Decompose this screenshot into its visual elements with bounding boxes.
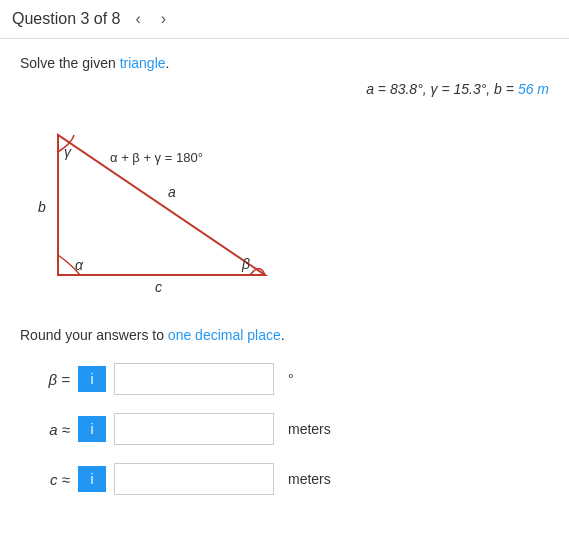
answer-display: a = 83.8°, γ = 15.3°, b = 56 m: [20, 81, 549, 97]
instruction-prefix: Solve the given: [20, 55, 120, 71]
c-info-button[interactable]: i: [78, 466, 106, 492]
gamma-label-svg: γ: [64, 144, 72, 160]
c-label: c ≈: [30, 471, 70, 488]
a-input-row: a ≈ i meters: [30, 413, 549, 445]
answer-eq3: =: [506, 81, 518, 97]
b-label-svg: b: [38, 199, 46, 215]
answer-alpha-label: a: [366, 81, 374, 97]
answer-eq1: = 83.8°,: [378, 81, 431, 97]
round-prefix: Round your answers to: [20, 327, 168, 343]
c-input[interactable]: [114, 463, 274, 495]
header: Question 3 of 8 ‹ ›: [0, 0, 569, 39]
alpha-label-svg: α: [75, 257, 84, 273]
a-input[interactable]: [114, 413, 274, 445]
a-unit: meters: [288, 421, 331, 437]
round-note: Round your answers to one decimal place.: [20, 327, 549, 343]
next-button[interactable]: ›: [156, 8, 171, 30]
round-highlight: one decimal place: [168, 327, 281, 343]
c-unit: meters: [288, 471, 331, 487]
beta-info-button[interactable]: i: [78, 366, 106, 392]
equation-label: α + β + γ = 180°: [110, 150, 203, 165]
beta-label-svg: β: [241, 256, 250, 272]
beta-unit: °: [288, 371, 294, 387]
answer-eq2: = 15.3°,: [441, 81, 494, 97]
answer-b-label: b: [494, 81, 502, 97]
instruction-suffix: .: [166, 55, 170, 71]
beta-input-row: β = i °: [30, 363, 549, 395]
c-input-row: c ≈ i meters: [30, 463, 549, 495]
instruction-text: Solve the given triangle.: [20, 55, 549, 71]
a-label-svg: a: [168, 184, 176, 200]
prev-button[interactable]: ‹: [131, 8, 146, 30]
c-label-svg: c: [155, 279, 162, 295]
triangle-container: γ α β b a c α + β + γ = 180°: [20, 107, 300, 307]
diagram-area: γ α β b a c α + β + γ = 180°: [20, 107, 549, 307]
answer-b-val: 56 m: [518, 81, 549, 97]
round-suffix: .: [281, 327, 285, 343]
question-title: Question 3 of 8: [12, 10, 121, 28]
content-area: Solve the given triangle. a = 83.8°, γ =…: [0, 39, 569, 511]
a-info-button[interactable]: i: [78, 416, 106, 442]
instruction-highlight: triangle: [120, 55, 166, 71]
beta-label: β =: [30, 371, 70, 388]
beta-input[interactable]: [114, 363, 274, 395]
answer-gamma-label: γ: [431, 81, 438, 97]
a-label: a ≈: [30, 421, 70, 438]
triangle-svg: γ α β b a c α + β + γ = 180°: [20, 107, 300, 307]
input-section: β = i ° a ≈ i meters c ≈ i meters: [20, 363, 549, 495]
